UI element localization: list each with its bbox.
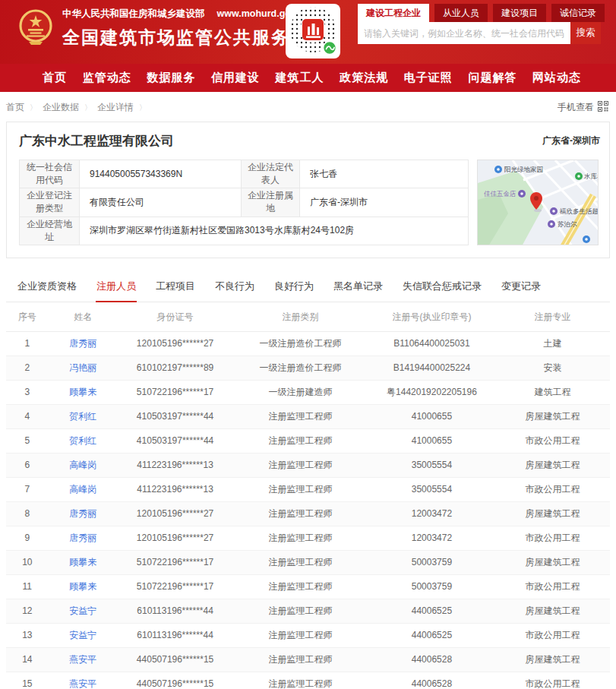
person-name-link[interactable]: 燕安平 bbox=[69, 678, 96, 689]
cell-reg-category: 注册监理工程师 bbox=[232, 623, 368, 647]
cell-reg-number: 44006525 bbox=[368, 623, 495, 647]
cell-name: 燕安平 bbox=[49, 647, 118, 672]
nav-item-1[interactable]: 监管动态 bbox=[83, 71, 131, 85]
credit-code-value: 91440500557343369N bbox=[80, 160, 242, 188]
nav-item-2[interactable]: 数据服务 bbox=[147, 71, 195, 85]
detail-tab-7[interactable]: 变更记录 bbox=[491, 272, 551, 302]
cell-index: 9 bbox=[6, 526, 49, 550]
column-header: 注册号(执业印章号) bbox=[368, 304, 495, 331]
cell-reg-number: 44006528 bbox=[368, 647, 495, 672]
nav-item-5[interactable]: 政策法规 bbox=[340, 71, 388, 85]
detail-tab-2[interactable]: 工程项目 bbox=[146, 272, 205, 302]
detail-tab-3[interactable]: 不良行为 bbox=[205, 272, 264, 302]
person-name-link[interactable]: 燕安平 bbox=[69, 654, 96, 665]
person-name-link[interactable]: 唐秀丽 bbox=[69, 338, 96, 349]
person-name-link[interactable]: 顾攀来 bbox=[69, 557, 96, 567]
company-region: 广东省-深圳市 bbox=[542, 134, 600, 147]
search-button[interactable]: 搜索 bbox=[570, 22, 601, 44]
search-tab-1[interactable]: 从业人员 bbox=[434, 4, 488, 22]
table-row: 3顾攀来510722196******17一级注册建造师粤14420192022… bbox=[6, 380, 610, 404]
search-tab-2[interactable]: 建设项目 bbox=[493, 4, 546, 22]
cell-id-number: 510722196******17 bbox=[118, 550, 232, 574]
breadcrumb-separator: 〉 bbox=[84, 103, 92, 113]
cell-reg-major: 房屋建筑工程 bbox=[495, 599, 610, 623]
detail-tab-0[interactable]: 企业资质资格 bbox=[8, 272, 87, 302]
detail-tab-6[interactable]: 失信联合惩戒记录 bbox=[393, 272, 491, 302]
cell-index: 13 bbox=[6, 623, 49, 647]
cell-reg-number: 粤1442019202205196 bbox=[368, 380, 495, 404]
cell-id-number: 510722196******17 bbox=[118, 574, 232, 599]
mobile-view-button[interactable]: 手机查看 bbox=[558, 101, 608, 114]
breadcrumb-item-2[interactable]: 企业详情 bbox=[97, 101, 134, 114]
cell-reg-category: 注册监理工程师 bbox=[232, 428, 368, 453]
column-header: 注册专业 bbox=[495, 304, 610, 331]
cell-name: 贺利红 bbox=[49, 428, 118, 453]
reg-type-value: 有限责任公司 bbox=[80, 188, 242, 216]
cell-id-number: 120105196******27 bbox=[118, 526, 232, 550]
cell-name: 唐秀丽 bbox=[49, 526, 118, 550]
cell-reg-category: 注册监理工程师 bbox=[232, 501, 368, 526]
nav-item-6[interactable]: 电子证照 bbox=[404, 71, 453, 85]
cell-name: 顾攀来 bbox=[49, 380, 118, 404]
cell-reg-number: 12003472 bbox=[368, 526, 495, 550]
person-name-link[interactable]: 高峰岗 bbox=[69, 484, 96, 495]
cell-name: 唐秀丽 bbox=[49, 331, 118, 356]
detail-tab-1[interactable]: 注册人员 bbox=[87, 272, 146, 302]
registered-personnel-table: 序号姓名身份证号注册类别注册号(执业印章号)注册专业 1唐秀丽120105196… bbox=[6, 304, 610, 689]
column-header: 注册类别 bbox=[232, 304, 368, 331]
cell-reg-category: 注册监理工程师 bbox=[232, 599, 368, 623]
table-row: 2冯艳丽610102197******89一级注册造价工程师B141944000… bbox=[6, 356, 610, 380]
table-row: 6高峰岗411223196******13注册监理工程师35005554房屋建筑… bbox=[6, 453, 610, 477]
cell-name: 燕安平 bbox=[49, 672, 118, 689]
person-name-link[interactable]: 冯艳丽 bbox=[69, 362, 96, 373]
cell-reg-number: 41000655 bbox=[368, 404, 495, 428]
cell-index: 4 bbox=[6, 404, 49, 428]
cell-reg-category: 注册监理工程师 bbox=[232, 404, 368, 428]
nav-item-0[interactable]: 首页 bbox=[43, 71, 67, 85]
search-tab-0[interactable]: 建设工程企业 bbox=[358, 4, 429, 22]
cell-reg-major: 房屋建筑工程 bbox=[495, 453, 610, 477]
map-label: 苏泊尔 bbox=[558, 220, 577, 228]
cell-name: 顾攀来 bbox=[49, 550, 118, 574]
search-tab-3[interactable]: 诚信记录 bbox=[551, 4, 605, 22]
person-name-link[interactable]: 顾攀来 bbox=[69, 581, 96, 592]
nav-item-7[interactable]: 问题解答 bbox=[468, 71, 516, 85]
nav-item-8[interactable]: 网站动态 bbox=[532, 71, 581, 85]
legal-rep-label: 企业法定代表人 bbox=[242, 160, 300, 188]
person-name-link[interactable]: 安益宁 bbox=[69, 605, 96, 616]
breadcrumb-item-0[interactable]: 首页 bbox=[6, 101, 24, 114]
cell-reg-major: 市政公用工程 bbox=[495, 672, 610, 689]
miniprogram-qr-code bbox=[286, 4, 340, 58]
reg-region-label: 企业注册属地 bbox=[242, 188, 300, 216]
cell-id-number: 410503197******44 bbox=[118, 428, 232, 453]
credit-code-label: 统一社会信用代码 bbox=[20, 160, 80, 188]
table-row: 1唐秀丽120105196******27一级注册造价工程师B110644000… bbox=[6, 331, 610, 356]
search-input[interactable] bbox=[358, 22, 570, 44]
person-name-link[interactable]: 贺利红 bbox=[69, 435, 96, 446]
detail-tab-4[interactable]: 良好行为 bbox=[264, 272, 324, 302]
location-map[interactable]: 阳光绿地家园 水库社区 佳佳五金店 福欣多生活超 苏泊尔 bbox=[477, 160, 599, 245]
breadcrumb-item-1[interactable]: 企业数据 bbox=[43, 101, 79, 114]
cell-index: 11 bbox=[6, 574, 49, 599]
person-name-link[interactable]: 顾攀来 bbox=[69, 387, 96, 397]
person-name-link[interactable]: 唐秀丽 bbox=[69, 533, 96, 543]
cell-name: 贺利红 bbox=[49, 404, 118, 428]
person-name-link[interactable]: 高峰岗 bbox=[69, 460, 96, 470]
cell-reg-major: 房屋建筑工程 bbox=[495, 404, 610, 428]
nav-item-3[interactable]: 信用建设 bbox=[211, 71, 260, 85]
person-name-link[interactable]: 贺利红 bbox=[69, 411, 96, 422]
cell-id-number: 510722196******17 bbox=[118, 380, 232, 404]
detail-tabs: 企业资质资格注册人员工程项目不良行为良好行为黑名单记录失信联合惩戒记录变更记录 bbox=[6, 272, 610, 302]
detail-tab-5[interactable]: 黑名单记录 bbox=[324, 272, 393, 302]
cell-id-number: 610113196******44 bbox=[118, 623, 232, 647]
company-name: 广东中水工程监理有限公司 bbox=[19, 132, 174, 150]
column-header: 姓名 bbox=[49, 304, 118, 331]
map-label: 佳佳五金店 bbox=[484, 190, 516, 198]
person-name-link[interactable]: 唐秀丽 bbox=[69, 508, 96, 519]
cell-index: 10 bbox=[6, 550, 49, 574]
cell-reg-number: 44006525 bbox=[368, 599, 495, 623]
person-name-link[interactable]: 安益宁 bbox=[69, 630, 96, 640]
nav-item-4[interactable]: 建筑工人 bbox=[276, 71, 324, 85]
cell-id-number: 120105196******27 bbox=[118, 501, 232, 526]
column-header: 身份证号 bbox=[118, 304, 232, 331]
